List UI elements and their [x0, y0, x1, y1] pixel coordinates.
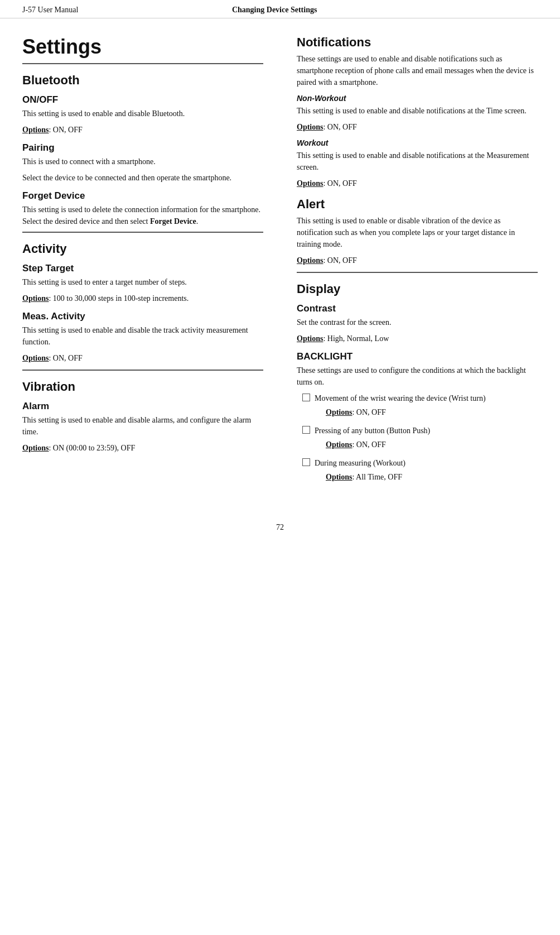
backlight-body: These settings are used to configure the… [297, 365, 538, 388]
activity-heading: Activity [22, 242, 263, 256]
bullet-wrist-label: Movement of the wrist wearing the device… [315, 394, 486, 402]
pairing-body1: This is used to connect with a smartphon… [22, 156, 263, 167]
alert-body: This setting is used to enable or disabl… [297, 215, 538, 250]
meas-activity-options: Options: ON, OFF [22, 352, 263, 364]
non-workout-body: This setting is used to enable and disab… [297, 105, 538, 117]
list-item: Movement of the wrist wearing the device… [302, 392, 538, 420]
right-column: Notifications These settings are used to… [280, 35, 538, 490]
left-column: Settings Bluetooth ON/OFF This setting i… [22, 35, 280, 490]
backlight-list: Movement of the wrist wearing the device… [297, 392, 538, 485]
header-center: Changing Device Settings [78, 6, 471, 15]
bullet-wrist: Movement of the wrist wearing the device… [315, 392, 486, 420]
contrast-heading: Contrast [297, 303, 538, 314]
pairing-heading: Pairing [22, 142, 263, 154]
forget-device-heading: Forget Device [22, 190, 263, 202]
wrist-options: Options: ON, OFF [315, 406, 486, 418]
page-number: 72 [276, 523, 284, 531]
backlight-heading: BACKLIGHT [297, 351, 538, 362]
page-footer: 72 [0, 517, 560, 538]
bullet-workout-label: During measuring (Workout) [315, 459, 405, 467]
bluetooth-divider [22, 63, 263, 64]
header-left: J-57 User Manual [22, 6, 78, 15]
page-header: J-57 User Manual Changing Device Setting… [0, 0, 560, 18]
list-item: Pressing of any button (Button Push) Opt… [302, 425, 538, 453]
bullet-button-label: Pressing of any button (Button Push) [315, 426, 430, 435]
vibration-heading: Vibration [22, 380, 263, 394]
bullet-workout: During measuring (Workout) Options: All … [315, 457, 405, 485]
display-divider [297, 272, 538, 273]
step-target-heading: Step Target [22, 263, 263, 274]
pairing-body2: Select the device to be connected and th… [22, 172, 263, 184]
on-off-heading: ON/OFF [22, 94, 263, 106]
step-target-options: Options: 100 to 30,000 steps in 100-step… [22, 293, 263, 304]
alarm-options: Options: ON (00:00 to 23:59), OFF [22, 442, 263, 454]
vibration-divider [22, 370, 263, 371]
contrast-body: Set the contrast for the screen. [297, 317, 538, 328]
workout-backlight-options: Options: All Time, OFF [315, 471, 405, 483]
non-workout-options: Options: ON, OFF [297, 121, 538, 133]
notifications-heading: Notifications [297, 35, 538, 50]
alert-heading: Alert [297, 197, 538, 212]
workout-heading: Workout [297, 138, 538, 147]
display-heading: Display [297, 282, 538, 296]
checkbox-icon [302, 458, 310, 466]
meas-activity-body: This setting is used to enable and disab… [22, 324, 263, 348]
bullet-button: Pressing of any button (Button Push) Opt… [315, 425, 430, 453]
forget-device-body: This setting is used to delete the conne… [22, 204, 263, 227]
non-workout-heading: Non-Workout [297, 94, 538, 103]
notifications-intro: These settings are used to enable and di… [297, 53, 538, 88]
main-heading: Settings [22, 35, 263, 59]
workout-options: Options: ON, OFF [297, 178, 538, 189]
on-off-body: This setting is used to enable and disab… [22, 108, 263, 119]
on-off-options: Options: ON, OFF [22, 124, 263, 136]
button-options: Options: ON, OFF [315, 439, 430, 450]
meas-activity-heading: Meas. Activity [22, 311, 263, 322]
alarm-body: This setting is used to enable and disab… [22, 414, 263, 438]
alert-options: Options: ON, OFF [297, 255, 538, 266]
alarm-heading: Alarm [22, 401, 263, 412]
list-item: During measuring (Workout) Options: All … [302, 457, 538, 485]
activity-divider [22, 232, 263, 233]
bluetooth-heading: Bluetooth [22, 73, 263, 88]
step-target-body: This setting is used to enter a target n… [22, 276, 263, 288]
checkbox-icon [302, 394, 310, 401]
workout-body: This setting is used to enable and disab… [297, 150, 538, 173]
contrast-options: Options: High, Normal, Low [297, 333, 538, 344]
checkbox-icon [302, 426, 310, 434]
